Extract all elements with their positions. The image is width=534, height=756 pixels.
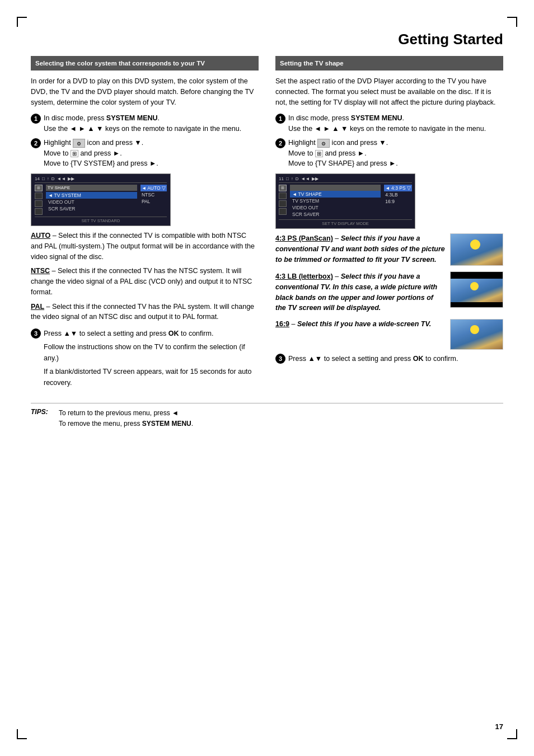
- left-screen-menu-item-3: SCR SAVER: [46, 205, 137, 212]
- panscan-photo: [450, 233, 503, 266]
- left-opt-ntsc: NTSC: [140, 191, 167, 198]
- right-screen-option: ◄ 4:3 PS ▽ 4:3LB 16:9: [382, 185, 412, 218]
- left-screen-icon-3: [35, 200, 43, 207]
- right-screen-top-bar: 11 □ ↑ D ◄◄ ▶▶: [279, 176, 412, 183]
- right-screen-mock: 11 □ ↑ D ◄◄ ▶▶ ⊞ ◄ TV: [275, 173, 415, 229]
- right-screen-menu: ◄ TV SHAPE TV SYSTEM VIDEO OUT SCR SAVER: [290, 185, 381, 218]
- tips-line-1: To return to the previous menu, press ◄: [59, 409, 179, 417]
- right-step-1-content: In disc mode, press SYSTEM MENU. Use the…: [288, 113, 486, 134]
- left-step-2-num: 2: [31, 138, 41, 148]
- left-screen-icons: ⊞: [35, 185, 45, 215]
- right-screen-icon-2: [279, 192, 287, 199]
- right-menu-tv-system: TV SYSTEM: [290, 198, 381, 204]
- left-step-1-content: In disc mode, press SYSTEM MENU. Use the…: [44, 113, 241, 134]
- tips-line-2: To remove the menu, press SYSTEM MENU.: [59, 420, 193, 428]
- right-screen-body: ⊞ ◄ TV SHAPE TV SYSTEM VIDEO OUT SCR SAV…: [279, 185, 412, 218]
- right-step-1: 1 In disc mode, press SYSTEM MENU. Use t…: [275, 113, 503, 134]
- corner-mark-bl: [17, 729, 27, 739]
- letterbox-sun: [470, 282, 479, 290]
- tips-label: TIPS:: [31, 408, 53, 429]
- right-column: Setting the TV shape Set the aspect rati…: [275, 56, 503, 392]
- right-step-3: 3 Press ▲▼ to select a setting and press…: [275, 353, 503, 364]
- tv-option-169-text: 16:9 – Select this if you have a wide-sc…: [275, 319, 446, 330]
- left-screen-menu-item-1: ◄ TV SYSTEM: [46, 192, 137, 199]
- tv-option-ps-text: 4:3 PS (PanScan) – Select this if you ha…: [275, 233, 446, 265]
- right-menu-scr-saver: SCR SAVER: [290, 211, 381, 218]
- left-opt-pal: PAL: [140, 198, 167, 205]
- tv-option-169: 16:9 – Select this if you have a wide-sc…: [275, 319, 503, 350]
- pal-label: PAL: [31, 303, 44, 311]
- left-step-2-content: Highlight ⚙ icon and press ▼. Move to ⊞ …: [44, 138, 158, 169]
- tv-option-lb-text: 4:3 LB (letterbox) – Select this if you …: [275, 271, 446, 313]
- left-screen-icon-1: ⊞: [35, 185, 43, 191]
- left-step-1-num: 1: [31, 114, 41, 124]
- auto-label: AUTO: [31, 232, 50, 240]
- left-opt-auto: ◄ AUTO ▽: [140, 185, 167, 191]
- left-step-3-num: 3: [31, 328, 41, 339]
- corner-mark-br: [507, 729, 517, 739]
- letterbox-photo: [450, 271, 503, 308]
- left-screen-mock: 14 □ ↑ D ◄◄ ▶▶ ⊞ TV SHAPE: [31, 173, 171, 226]
- left-screen-menu: TV SHAPE ◄ TV SYSTEM VIDEO OUT SCR SAVER: [46, 185, 137, 215]
- right-step-2: 2 Highlight ⚙ icon and press ▼. Move to …: [275, 138, 503, 169]
- left-step-1: 1 In disc mode, press SYSTEM MENU. Use t…: [31, 113, 259, 134]
- panscan-sun: [470, 240, 480, 250]
- left-screen-menu-item-2: VIDEO OUT: [46, 199, 137, 205]
- right-step-2-num: 2: [275, 138, 285, 148]
- left-section-header: Selecting the color system that correspo…: [31, 56, 259, 71]
- auto-desc: AUTO – Select this if the connected TV i…: [31, 231, 259, 262]
- left-screen-icon-2: [35, 192, 43, 199]
- tv-option-lb-img: [450, 271, 503, 308]
- lb-label: 4:3 LB (letterbox): [275, 273, 333, 280]
- right-section-header: Setting the TV shape: [275, 56, 503, 71]
- page-number: 17: [495, 722, 503, 731]
- ntsc-desc: NTSC – Select this if the connected TV h…: [31, 266, 259, 297]
- columns: Selecting the color system that correspo…: [31, 56, 503, 392]
- tv-option-ps: 4:3 PS (PanScan) – Select this if you ha…: [275, 233, 503, 266]
- right-screen-icons: ⊞: [279, 185, 289, 218]
- right-step-3-content: Press ▲▼ to select a setting and press O…: [288, 353, 458, 364]
- widescreen-photo: [450, 319, 503, 350]
- left-screen-menu-header: TV SHAPE: [46, 185, 137, 191]
- left-step-2: 2 Highlight ⚙ icon and press ▼. Move to …: [31, 138, 259, 169]
- left-screen-icon-4: [35, 208, 43, 215]
- left-screen-option: ◄ AUTO ▽ NTSC PAL: [138, 185, 167, 215]
- highlight-icon-right: ⚙: [317, 139, 330, 148]
- right-step-3-num: 3: [275, 354, 285, 364]
- highlight-icon-left: ⚙: [73, 139, 85, 148]
- right-screen-icon-1: ⊞: [279, 185, 287, 191]
- right-screen-icon-3: [279, 200, 287, 207]
- 169-label: 16:9: [275, 320, 289, 328]
- page-title: Getting Started: [398, 31, 503, 48]
- left-screen-bottom: SET TV STANDARD: [35, 217, 167, 223]
- content-area: Selecting the color system that correspo…: [31, 56, 503, 711]
- ps-label: 4:3 PS (PanScan): [275, 234, 333, 242]
- right-menu-tv-shape: ◄ TV SHAPE: [290, 191, 381, 198]
- left-screen-body: ⊞ TV SHAPE ◄ TV SYSTEM VIDEO OUT SCR SAV…: [35, 185, 167, 215]
- widescreen-sun: [470, 325, 479, 334]
- right-menu-video-out: VIDEO OUT: [290, 204, 381, 211]
- corner-mark-tr: [507, 17, 517, 27]
- right-screen-bottom: SET TV DISPLAY MODE: [279, 219, 412, 226]
- left-step-3: 3 Press ▲▼ to select a setting and press…: [31, 328, 259, 388]
- right-opt-43ps: ◄ 4:3 PS ▽: [384, 185, 412, 191]
- right-opt-43lb: 4:3LB: [384, 191, 412, 198]
- left-intro: In order for a DVD to play on this DVD s…: [31, 76, 259, 107]
- tips-section: TIPS: To return to the previous menu, pr…: [31, 403, 503, 429]
- right-step-2-content: Highlight ⚙ icon and press ▼. Move to ⊞ …: [288, 138, 398, 169]
- left-screen-top-bar: 14 □ ↑ D ◄◄ ▶▶: [35, 176, 167, 183]
- tv-option-lb: 4:3 LB (letterbox) – Select this if you …: [275, 271, 503, 313]
- pal-desc: PAL – Select this if the connected TV ha…: [31, 302, 259, 323]
- corner-mark-tl: [17, 17, 27, 27]
- right-screen-menu-bg: [290, 185, 381, 191]
- right-opt-169: 16:9: [384, 198, 412, 205]
- left-step-3-content: Press ▲▼ to select a setting and press O…: [44, 328, 259, 388]
- right-intro: Set the aspect ratio of the DVD Player a…: [275, 76, 503, 107]
- right-step-1-num: 1: [275, 114, 285, 124]
- tv-option-169-img: [450, 319, 503, 350]
- tips-content: To return to the previous menu, press ◄ …: [59, 408, 193, 429]
- right-screen-icon-4: [279, 208, 287, 215]
- tv-option-ps-img: [450, 233, 503, 266]
- left-column: Selecting the color system that correspo…: [31, 56, 259, 392]
- ntsc-label: NTSC: [31, 267, 50, 275]
